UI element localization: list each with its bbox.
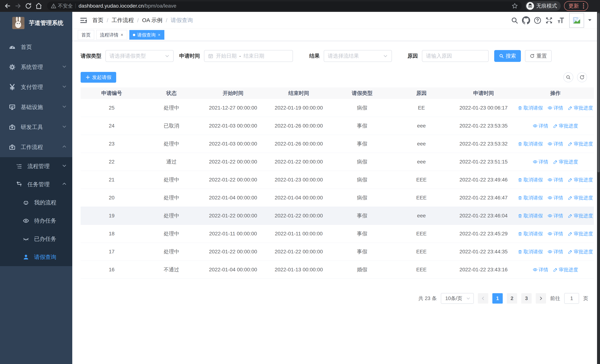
fullscreen-icon[interactable] bbox=[543, 15, 555, 26]
page-button-1[interactable]: 1 bbox=[492, 293, 503, 304]
sidebar-item-workflow[interactable]: 工作流程 bbox=[0, 137, 72, 157]
refresh-table-button[interactable] bbox=[577, 72, 587, 82]
chevron-down-icon bbox=[466, 296, 470, 301]
approval-progress-link[interactable]: 审批进度 bbox=[568, 141, 593, 147]
sidebar-item-todo-tasks[interactable]: 待办任务 bbox=[0, 212, 72, 230]
sidebar-item-leave-query[interactable]: 请假查询 bbox=[0, 248, 72, 266]
search-button[interactable]: 搜索 bbox=[494, 50, 521, 62]
scrollbar[interactable] bbox=[597, 12, 600, 364]
reload-icon[interactable] bbox=[24, 2, 33, 10]
detail-link[interactable]: 详情 bbox=[533, 159, 548, 165]
approval-progress-link[interactable]: 审批进度 bbox=[568, 195, 593, 201]
github-icon[interactable] bbox=[520, 15, 532, 26]
forward-icon[interactable] bbox=[14, 2, 22, 10]
detail-link[interactable]: 详情 bbox=[533, 267, 548, 273]
back-icon[interactable] bbox=[3, 2, 12, 10]
user-menu-caret-icon[interactable] bbox=[587, 18, 592, 23]
detail-link[interactable]: 详情 bbox=[548, 195, 563, 201]
approval-progress-link[interactable]: 审批进度 bbox=[568, 213, 593, 219]
goto-page-input[interactable] bbox=[564, 293, 579, 304]
cancel-leave-link[interactable]: 取消请假 bbox=[518, 105, 543, 111]
cell-apply-time: 2022-01-22 23:45:29 bbox=[450, 231, 517, 237]
approval-progress-link[interactable]: 审批进度 bbox=[553, 267, 578, 273]
breadcrumb-home[interactable]: 首页 bbox=[92, 17, 103, 24]
approval-progress-link[interactable]: 审批进度 bbox=[568, 249, 593, 255]
sidebar-item-payment[interactable]: 支付管理 bbox=[0, 77, 72, 97]
help-icon[interactable] bbox=[532, 15, 543, 26]
sidebar-item-done-tasks[interactable]: 已办任务 bbox=[0, 230, 72, 248]
total-count: 共 23 条 bbox=[418, 295, 437, 302]
toggle-search-button[interactable] bbox=[563, 72, 573, 82]
cell-status: 已取消 bbox=[143, 122, 200, 129]
approval-progress-link[interactable]: 审批进度 bbox=[568, 231, 593, 237]
cell-reason: EEE bbox=[393, 231, 450, 237]
next-page-button[interactable] bbox=[536, 293, 546, 304]
browser-update-button[interactable]: 更新 bbox=[564, 1, 588, 11]
sidebar-item-my-process[interactable]: 我的流程 bbox=[0, 194, 72, 212]
eye-icon bbox=[548, 105, 552, 110]
breadcrumb-workflow[interactable]: 工作流程 bbox=[112, 17, 134, 24]
result-select[interactable]: 请选择流结果 bbox=[324, 50, 392, 62]
cancel-leave-link[interactable]: 取消请假 bbox=[518, 195, 543, 201]
page-button-2[interactable]: 2 bbox=[507, 293, 517, 304]
incognito-badge: 无痕模式 bbox=[525, 1, 561, 11]
cell-status: 处理中 bbox=[143, 176, 200, 183]
pen-icon bbox=[568, 250, 572, 254]
detail-link[interactable]: 详情 bbox=[548, 141, 563, 147]
approval-progress-link[interactable]: 审批进度 bbox=[553, 159, 578, 165]
cell-end-time: 2022-01-22 00:00:00 bbox=[266, 213, 332, 219]
detail-link[interactable]: 详情 bbox=[548, 231, 563, 237]
reason-input[interactable]: 请输入原因 bbox=[422, 50, 489, 62]
sidebar-item-home[interactable]: 首页 bbox=[0, 37, 72, 57]
page-button-3[interactable]: 3 bbox=[521, 293, 532, 304]
breadcrumb-oa-example[interactable]: OA 示例 bbox=[142, 17, 162, 24]
cancel-leave-link[interactable]: 取消请假 bbox=[518, 141, 543, 147]
detail-link[interactable]: 详情 bbox=[548, 177, 563, 183]
close-icon[interactable]: × bbox=[158, 33, 161, 37]
leave-type-select[interactable]: 请选择请假类型 bbox=[105, 50, 174, 62]
detail-link[interactable]: 详情 bbox=[548, 105, 563, 111]
avatar[interactable] bbox=[569, 13, 584, 28]
cell-actions: 取消请假 详情 审批进度 bbox=[517, 141, 594, 147]
url-path: /bpm/oa/leave bbox=[144, 3, 176, 9]
sidebar-fold-icon[interactable] bbox=[72, 17, 92, 24]
scrollbar-thumb[interactable] bbox=[597, 13, 600, 172]
cancel-leave-link[interactable]: 取消请假 bbox=[518, 231, 543, 237]
sidebar-item-infra[interactable]: 基础设施 bbox=[0, 97, 72, 117]
page-size-select[interactable]: 10条/页 bbox=[441, 293, 474, 304]
tab-process-detail[interactable]: 流程详情 × bbox=[96, 30, 127, 40]
detail-link[interactable]: 详情 bbox=[533, 123, 548, 129]
cancel-leave-link[interactable]: 取消请假 bbox=[518, 213, 543, 219]
tab-leave-query[interactable]: 请假查询 × bbox=[129, 30, 164, 40]
approval-progress-link[interactable]: 审批进度 bbox=[568, 105, 593, 111]
search-icon[interactable] bbox=[509, 15, 520, 26]
cancel-leave-link[interactable]: 取消请假 bbox=[518, 249, 543, 255]
bookmark-star-icon[interactable] bbox=[511, 3, 518, 9]
font-size-icon[interactable] bbox=[555, 15, 566, 26]
sidebar-item-process-mgmt[interactable]: 流程管理 bbox=[0, 157, 72, 175]
table-row: 16 不通过 2022-01-04 00:00:00 2022-01-13 00… bbox=[81, 261, 594, 279]
close-icon[interactable]: × bbox=[120, 33, 124, 37]
tab-home[interactable]: 首页 bbox=[78, 30, 94, 40]
cell-leave-type: 事假 bbox=[331, 212, 393, 219]
approval-progress-link[interactable]: 审批进度 bbox=[568, 177, 593, 183]
table-row: 21 处理中 2022-01-22 00:00:00 2022-01-23 00… bbox=[81, 171, 594, 189]
home-icon[interactable] bbox=[35, 2, 43, 10]
browser-menu-icon[interactable] bbox=[582, 3, 585, 9]
detail-link[interactable]: 详情 bbox=[548, 213, 563, 219]
create-leave-button[interactable]: 发起请假 bbox=[81, 72, 116, 83]
detail-link[interactable]: 详情 bbox=[548, 249, 563, 255]
chevron-down-icon bbox=[62, 104, 67, 110]
sidebar-item-system[interactable]: 系统管理 bbox=[0, 57, 72, 77]
cell-reason: EEE bbox=[393, 249, 450, 255]
sidebar-item-task-mgmt[interactable]: 任务管理 bbox=[0, 175, 72, 194]
prev-page-button[interactable] bbox=[478, 293, 488, 304]
cancel-leave-link[interactable]: 取消请假 bbox=[518, 177, 543, 183]
apply-time-range-picker[interactable]: 开始日期 - 结束日期 bbox=[204, 50, 293, 62]
main-content: 请假类型 请选择请假类型 申请时间 开始日期 - 结束日期 结果 请选择流结果 … bbox=[72, 41, 597, 364]
approval-progress-link[interactable]: 审批进度 bbox=[553, 123, 578, 129]
cell-start-time: 2022-01-22 00:00:00 bbox=[200, 177, 266, 183]
address-bar[interactable]: 不安全 dashboard.yudao.iocoder.cn/bpm/oa/le… bbox=[47, 1, 522, 10]
reset-button[interactable]: 重置 bbox=[525, 50, 552, 62]
sidebar-item-devtools[interactable]: 研发工具 bbox=[0, 117, 72, 137]
